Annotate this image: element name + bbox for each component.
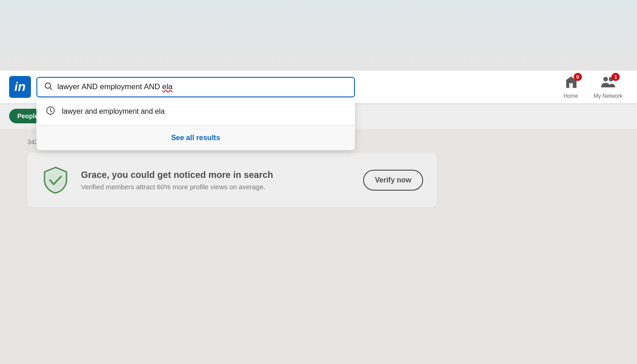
history-item-text: lawyer and employment and ela — [62, 107, 165, 116]
search-container: lawyer AND employment AND ela lawyer and… — [36, 77, 355, 97]
linkedin-logo[interactable]: in — [9, 76, 31, 98]
history-icon — [46, 106, 56, 118]
search-text-underlined: ela — [162, 82, 173, 91]
shield-icon-wrap — [41, 166, 70, 195]
search-text-display[interactable]: lawyer AND employment AND ela — [57, 82, 172, 91]
linkedin-logo-text: in — [15, 81, 26, 93]
search-bar: lawyer AND employment AND ela — [36, 77, 355, 97]
svg-line-1 — [50, 87, 52, 89]
shield-checkmark-icon — [41, 166, 70, 195]
my-network-label: My Network — [594, 93, 622, 99]
see-all-results-section: See all results — [36, 126, 355, 150]
verify-text-block: Grace, you could get noticed more in sea… — [81, 170, 352, 191]
main-content: 342 results Grace, you could get noticed… — [0, 129, 637, 364]
nav-icons: 0 Home 1 My Network — [558, 75, 628, 99]
nav-item-home[interactable]: 0 Home — [558, 75, 584, 99]
home-badge: 0 — [574, 73, 582, 81]
my-network-icon-wrap: 1 — [600, 75, 616, 91]
search-icon — [44, 81, 53, 93]
background-gradient — [0, 0, 637, 73]
svg-point-4 — [603, 77, 608, 81]
verify-subtitle: Verified members attract 60% more profil… — [81, 183, 352, 191]
see-all-results-link[interactable]: See all results — [171, 134, 220, 142]
verify-card: Grace, you could get noticed more in sea… — [27, 153, 437, 207]
home-label: Home — [564, 93, 578, 99]
home-icon-wrap: 0 — [564, 75, 578, 91]
search-dropdown: lawyer and employment and ela See all re… — [36, 98, 355, 150]
dropdown-history-item[interactable]: lawyer and employment and ela — [36, 98, 355, 126]
navbar: in lawyer AND employment AND ela — [0, 71, 637, 103]
svg-rect-3 — [569, 83, 573, 88]
verify-now-button[interactable]: Verify now — [363, 170, 423, 191]
my-network-badge: 1 — [612, 73, 620, 81]
search-text-normal: lawyer AND employment AND — [57, 82, 162, 91]
verify-title: Grace, you could get noticed more in sea… — [81, 170, 352, 180]
nav-item-my-network[interactable]: 1 My Network — [588, 75, 628, 99]
